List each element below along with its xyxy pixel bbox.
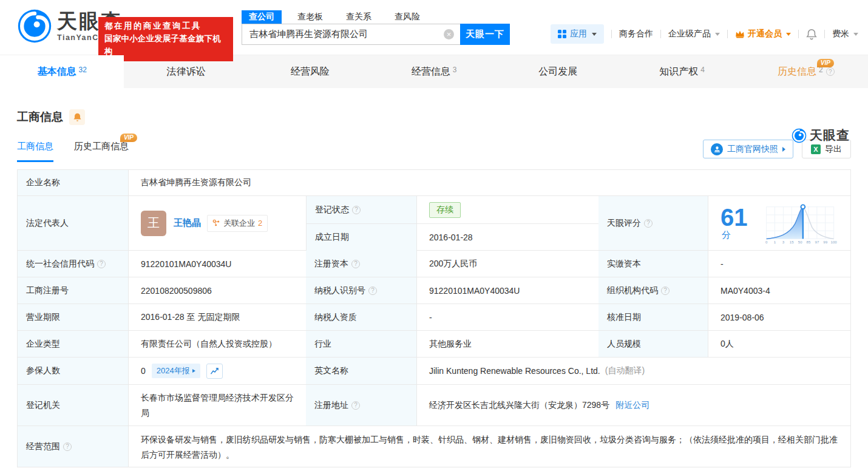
top-header: 天眼查 TianYanCha.com 都在用的商业查询工具 国家中小企业发展子基…	[0, 0, 868, 55]
vip-upgrade-menu[interactable]: 开通会员	[735, 29, 791, 39]
table-row: 工商注册号 220108200509806 纳税人识别号 91220101MA0…	[18, 277, 850, 304]
help-icon[interactable]	[63, 443, 72, 451]
table-row: 参保人数 0 2024年报 英文名称 J	[18, 357, 850, 384]
tab-company-development[interactable]: 公司发展	[496, 55, 620, 88]
business-term-value: 2016-01-28 至 无固定期限	[128, 304, 306, 330]
svg-text:97: 97	[815, 239, 819, 243]
help-icon[interactable]	[351, 401, 360, 410]
help-icon[interactable]	[351, 260, 360, 268]
search-button[interactable]: 天眼一下	[460, 24, 510, 45]
subtab-history-business-info[interactable]: 历史工商信息 VIP	[74, 141, 129, 162]
tab-basic-info[interactable]: 基本信息32	[0, 55, 124, 88]
help-icon[interactable]	[352, 206, 361, 214]
user-menu[interactable]: 费米	[832, 29, 858, 39]
tab-history-info[interactable]: VIP 历史信息2	[744, 55, 868, 88]
business-info-table: 企业名称 吉林省坤腾再生资源有限公司 法定代表人 王 王艳晶	[17, 169, 851, 467]
svg-text:15: 15	[790, 239, 794, 243]
trend-chart-button[interactable]	[206, 364, 223, 379]
business-cooperation-link[interactable]: 商务合作	[619, 29, 653, 39]
help-icon[interactable]	[97, 260, 106, 268]
apps-menu[interactable]: 应用	[551, 24, 604, 44]
search-input[interactable]	[242, 24, 460, 45]
taxpayer-id-value: 91220101MA0Y40034U	[416, 277, 598, 304]
company-section-tabs: 基本信息32 法律诉讼 经营风险 经营信息3 公司发展 知识产权4 VIP 历史…	[0, 55, 868, 88]
reg-authority-value: 长春市市场监督管理局经济技术开发区分局	[128, 385, 306, 426]
establish-date-label: 成立日期	[306, 223, 416, 251]
stamp-icon	[711, 143, 723, 155]
approval-date-label: 核准日期	[598, 304, 708, 330]
table-row: 营业期限 2016-01-28 至 无固定期限 纳税人资质 - 核准日期 201…	[18, 304, 850, 330]
help-icon[interactable]	[644, 219, 653, 228]
monitor-bell-icon[interactable]	[69, 109, 85, 125]
credit-code-label: 统一社会信用代码	[18, 251, 128, 277]
vip-badge: VIP	[120, 134, 137, 142]
main-content: 工商信息 天眼查 工商信息 历史工商信息	[0, 109, 868, 467]
search-tabs: 查公司 查老板 查关系 查风险	[242, 10, 510, 24]
header-right-nav: 应用 商务合作 企业级产品 开通会员	[551, 23, 858, 45]
svg-text:1: 1	[774, 239, 776, 243]
avatar[interactable]: 王	[141, 211, 166, 236]
vip-badge: VIP	[817, 59, 834, 67]
industry-value: 其他服务业	[416, 331, 598, 357]
table-row: 经营范围 环保设备研发与销售，废旧纺织品研发与销售，防寒大棚被加工与销售，时装、…	[18, 426, 850, 467]
business-scope-label: 经营范围	[18, 426, 128, 467]
chevron-down-icon	[853, 33, 858, 36]
search-tab-company[interactable]: 查公司	[242, 10, 282, 24]
legal-rep-name-link[interactable]: 王艳晶	[174, 217, 201, 229]
establish-date-value: 2016-01-28	[416, 223, 598, 251]
business-scope-value: 环保设备研发与销售，废旧纺织品研发与销售，防寒大棚被加工与销售，时装、针织品、钢…	[128, 426, 850, 467]
chevron-down-icon	[786, 33, 791, 36]
taxpayer-id-label: 纳税人识别号	[306, 277, 416, 304]
table-row: 登记机关 长春市市场监督管理局经济技术开发区分局 注册地址 经济开发区长吉北线兴…	[18, 384, 850, 426]
reg-capital-value: 200万人民币	[416, 251, 598, 277]
enterprise-products-menu[interactable]: 企业级产品	[668, 29, 720, 39]
insured-count-label: 参保人数	[18, 358, 128, 384]
business-term-label: 营业期限	[18, 304, 128, 330]
chevron-down-icon	[592, 33, 597, 36]
company-type-value: 有限责任公司（自然人投资或控股）	[128, 331, 306, 357]
clear-search-icon[interactable]	[444, 29, 454, 39]
nearby-companies-link[interactable]: 附近公司	[615, 400, 649, 411]
org-code-value: MA0Y4003-4	[708, 277, 850, 304]
brand-logo-icon	[17, 8, 52, 44]
annual-report-badge[interactable]: 2024年报	[152, 364, 200, 378]
reg-capital-label: 注册资本	[306, 251, 416, 277]
crown-icon	[735, 30, 745, 38]
tab-legal-proceedings[interactable]: 法律诉讼	[124, 55, 248, 88]
search-tab-boss[interactable]: 查老板	[290, 10, 330, 24]
search-tab-relation[interactable]: 查关系	[339, 10, 379, 24]
reg-number-label: 工商注册号	[18, 277, 128, 304]
apps-grid-icon	[558, 30, 566, 38]
reg-address-cell: 经济开发区长吉北线兴隆大街（安龙泉）7298号 附近公司	[416, 385, 850, 426]
tab-operating-info[interactable]: 经营信息3	[372, 55, 496, 88]
svg-text:50: 50	[798, 239, 802, 243]
related-companies-badge[interactable]: 关联企业 2	[207, 215, 268, 232]
tianyan-score-cell[interactable]: 61分	[708, 196, 850, 250]
search-tab-risk[interactable]: 查风险	[387, 10, 427, 24]
brand-slogan: 都在用的商业查询工具 国家中小企业发展子基金旗下机构	[98, 17, 233, 61]
section-title: 工商信息	[17, 109, 63, 125]
score-value: 61	[721, 204, 748, 231]
notification-bell-icon[interactable]	[806, 29, 817, 40]
official-snapshot-button[interactable]: 工商官网快照	[703, 140, 793, 158]
reg-status-label: 登记状态	[306, 196, 416, 223]
tab-intellectual-property[interactable]: 知识产权4	[620, 55, 744, 88]
paid-capital-value: -	[708, 251, 850, 277]
reg-address-label: 注册地址	[306, 385, 416, 426]
svg-text:0: 0	[765, 239, 768, 243]
company-name-value: 吉林省坤腾再生资源有限公司	[128, 170, 850, 195]
credit-code-value: 91220101MA0Y40034U	[128, 251, 306, 277]
help-icon[interactable]	[368, 287, 377, 295]
table-row: 法定代表人 王 王艳晶 关联企业 2	[18, 195, 850, 250]
english-name-cell: Jilin Kunteng Renewable Resources Co., L…	[416, 358, 850, 384]
search-area: 查公司 查老板 查关系 查风险 天眼一下	[242, 10, 510, 45]
tab-operating-risk[interactable]: 经营风险	[248, 55, 372, 88]
chevron-down-icon	[715, 33, 720, 36]
subtab-business-info[interactable]: 工商信息	[17, 141, 53, 162]
help-icon[interactable]	[826, 67, 835, 76]
auto-translate-note: (自动翻译)	[605, 365, 645, 376]
approval-date-value: 2019-08-06	[708, 304, 850, 330]
excel-icon	[811, 144, 821, 154]
paid-capital-label: 实缴资本	[598, 251, 708, 277]
help-icon[interactable]	[661, 287, 670, 295]
